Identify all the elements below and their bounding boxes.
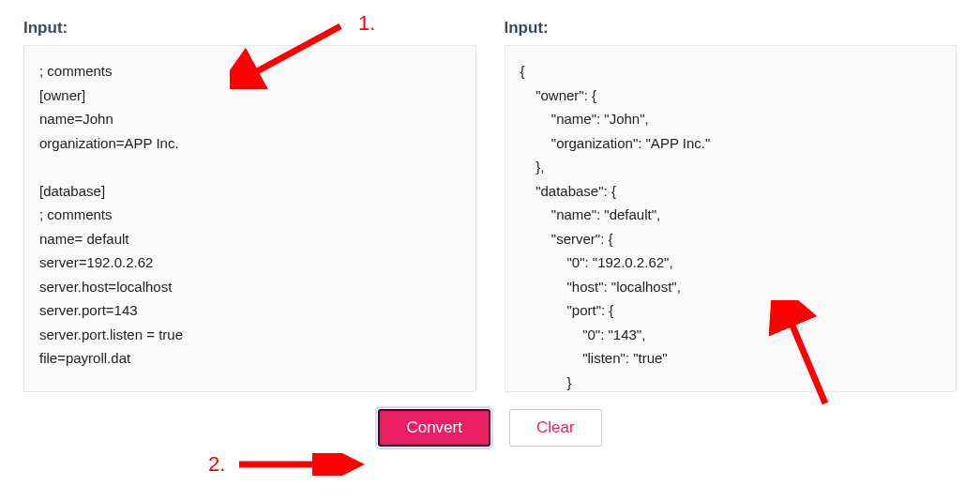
right-panel: Input: { "owner": { "name": "John", "org… [505,19,957,392]
left-panel: Input: ; comments [owner] name=John orga… [23,19,476,392]
convert-button[interactable]: Convert [378,409,490,447]
right-output-textarea[interactable]: { "owner": { "name": "John", "organizati… [505,45,957,392]
annotation-label-2: 2. [208,452,225,477]
button-row: Convert Clear [0,409,980,447]
left-input-textarea[interactable]: ; comments [owner] name=John organizatio… [23,45,476,392]
clear-button[interactable]: Clear [509,409,602,447]
right-input-label: Input: [505,19,957,38]
left-input-label: Input: [23,19,476,38]
annotation-arrow-2 [234,453,366,476]
